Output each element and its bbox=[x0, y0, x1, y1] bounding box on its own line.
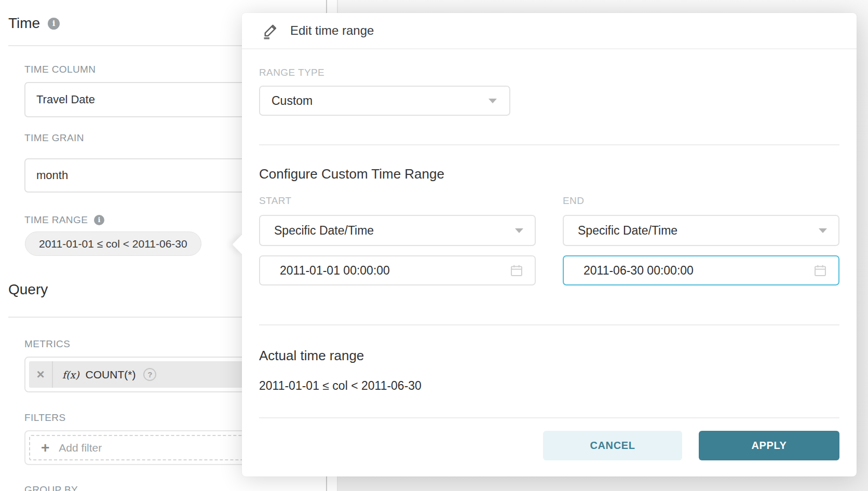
start-label: START bbox=[259, 195, 536, 207]
time-range-label-row: TIME RANGE i bbox=[24, 214, 104, 226]
remove-metric-icon[interactable]: × bbox=[29, 361, 53, 388]
edit-pencil-icon bbox=[262, 22, 279, 39]
info-icon[interactable]: i bbox=[48, 18, 60, 30]
time-range-pill[interactable]: 2011-01-01 ≤ col < 2011-06-30 bbox=[25, 231, 201, 256]
chevron-down-icon bbox=[489, 99, 497, 103]
group-by-label: GROUP BY bbox=[24, 484, 78, 491]
time-section-title: Time i bbox=[8, 15, 60, 32]
start-datetime-input[interactable] bbox=[260, 256, 509, 284]
popover-footer: CANCEL APPLY bbox=[259, 431, 839, 460]
actual-time-range-value: 2011-01-01 ≤ col < 2011-06-30 bbox=[259, 379, 839, 393]
apply-button[interactable]: APPLY bbox=[699, 431, 839, 460]
range-type-value: Custom bbox=[272, 94, 313, 108]
time-grain-value: month bbox=[36, 169, 68, 182]
actual-time-range-heading: Actual time range bbox=[259, 348, 839, 363]
end-type-value: Specific Date/Time bbox=[578, 224, 677, 238]
time-grain-label: TIME GRAIN bbox=[24, 132, 84, 144]
time-column-label: TIME COLUMN bbox=[24, 64, 96, 75]
chevron-down-icon bbox=[515, 228, 523, 233]
chevron-down-icon bbox=[819, 228, 827, 233]
plus-icon: + bbox=[41, 441, 49, 455]
range-type-label: RANGE TYPE bbox=[259, 67, 839, 78]
query-section-label: Query bbox=[8, 281, 48, 298]
end-type-select[interactable]: Specific Date/Time bbox=[563, 215, 839, 246]
end-datetime-input[interactable] bbox=[564, 256, 813, 284]
metrics-label: METRICS bbox=[24, 338, 70, 350]
info-icon[interactable]: i bbox=[94, 215, 104, 225]
calendar-icon[interactable] bbox=[509, 263, 524, 278]
divider bbox=[259, 324, 839, 325]
start-datetime-field bbox=[259, 255, 536, 285]
filters-label: FILTERS bbox=[24, 412, 66, 424]
divider bbox=[259, 144, 839, 145]
add-filter-label: Add filter bbox=[59, 442, 102, 454]
calendar-icon[interactable] bbox=[813, 263, 828, 278]
start-type-value: Specific Date/Time bbox=[274, 224, 374, 238]
end-column: END Specific Date/Time bbox=[563, 195, 839, 285]
start-end-columns: START Specific Date/Time bbox=[259, 195, 839, 285]
edit-time-range-popover: Edit time range RANGE TYPE Custom Config… bbox=[242, 13, 857, 476]
metric-name: COUNT(*) bbox=[86, 369, 136, 381]
range-type-select[interactable]: Custom bbox=[259, 86, 510, 116]
end-label: END bbox=[563, 195, 839, 207]
cancel-button[interactable]: CANCEL bbox=[543, 431, 682, 460]
start-column: START Specific Date/Time bbox=[259, 195, 536, 285]
start-type-select[interactable]: Specific Date/Time bbox=[259, 215, 536, 246]
query-section-title: Query bbox=[8, 281, 48, 298]
time-section-label: Time bbox=[8, 15, 40, 32]
popover-header: Edit time range bbox=[242, 13, 857, 49]
divider bbox=[259, 417, 839, 418]
popover-body: RANGE TYPE Custom Configure Custom Time … bbox=[242, 67, 857, 460]
time-column-value: Travel Date bbox=[36, 93, 95, 106]
function-icon: f(x) bbox=[62, 369, 79, 380]
help-icon[interactable]: ? bbox=[143, 368, 156, 381]
popover-title: Edit time range bbox=[290, 23, 374, 38]
time-range-label: TIME RANGE bbox=[24, 214, 88, 226]
end-datetime-field bbox=[563, 255, 839, 285]
configure-heading: Configure Custom Time Range bbox=[259, 166, 839, 182]
